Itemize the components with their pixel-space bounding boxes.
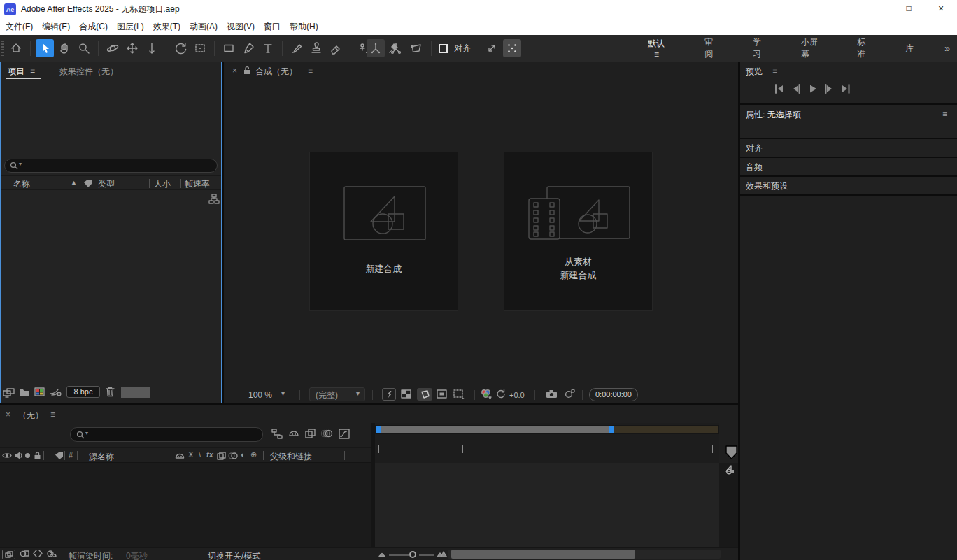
layer-list-area[interactable] (0, 463, 371, 547)
home-tool-icon[interactable] (7, 39, 25, 57)
snap-options-grid-icon[interactable] (503, 39, 521, 57)
audio-panel-header[interactable]: 音频 (740, 158, 957, 175)
play-button[interactable] (807, 84, 818, 94)
dolly-camera-tool-icon[interactable] (143, 39, 161, 57)
column-divider[interactable] (80, 179, 80, 188)
quality-icon[interactable]: \ (199, 450, 201, 459)
preview-panel-title[interactable]: 预览 (746, 66, 763, 78)
tab-project[interactable]: 项目 (8, 66, 24, 78)
column-divider[interactable] (77, 451, 78, 460)
graph-editor-icon[interactable] (339, 429, 350, 439)
render-time-pane-icon[interactable] (46, 550, 57, 558)
resolution-dropdown[interactable]: (完整) ▾ (309, 387, 365, 401)
menu-view[interactable]: 视图(V) (227, 21, 264, 33)
new-composition-card[interactable]: 新建合成 (309, 152, 458, 311)
workspace-tab-library[interactable]: 库 (890, 43, 930, 55)
new-composition-icon[interactable] (34, 387, 45, 396)
zoom-slider-track[interactable] (419, 554, 434, 556)
zoom-tool-icon[interactable] (75, 39, 93, 57)
menu-file[interactable]: 文件(F) (6, 21, 42, 33)
column-divider[interactable] (149, 179, 150, 188)
column-divider[interactable] (355, 451, 355, 460)
video-eye-icon[interactable] (2, 452, 12, 459)
timeline-search-input[interactable]: ▾ (70, 427, 263, 442)
reset-exposure-icon[interactable] (495, 389, 506, 399)
timecode-display[interactable]: 0:00:00:00 (589, 388, 638, 401)
tab-effect-controls[interactable]: 效果控件（无） (59, 66, 118, 78)
render-engine-icon[interactable] (50, 387, 62, 396)
workspace-overflow-icon[interactable]: » (930, 43, 957, 54)
flowchart-icon[interactable] (208, 194, 220, 204)
menu-animation[interactable]: 动画(A) (190, 21, 227, 33)
expand-arrows-icon[interactable] (483, 39, 501, 57)
orbit-camera-tool-icon[interactable] (104, 39, 122, 57)
layer-switches-pane-icon[interactable] (2, 550, 15, 559)
preview-panel-menu-icon[interactable]: ≡ (772, 66, 777, 76)
exposure-value[interactable]: +0.0 (509, 391, 525, 399)
search-scope-dropdown-icon[interactable]: ▾ (19, 161, 22, 167)
project-panel-menu-icon[interactable]: ≡ (30, 66, 35, 76)
toolbar-grip[interactable] (1, 41, 4, 56)
timeline-tab-label[interactable]: （无） (18, 410, 43, 422)
world-axis-mode-icon[interactable] (387, 39, 405, 57)
effects-fx-icon[interactable]: fx (206, 450, 213, 459)
eraser-tool-icon[interactable] (327, 39, 345, 57)
rotation-tool-icon[interactable] (171, 39, 190, 57)
workspace-tab-learn[interactable]: 学习 (737, 36, 786, 60)
motion-blur-icon[interactable] (321, 429, 333, 439)
column-divider[interactable] (263, 451, 264, 460)
maximize-button[interactable]: □ (893, 0, 925, 18)
column-type[interactable]: 类型 (98, 178, 115, 190)
column-fps[interactable]: 帧速率 (185, 178, 210, 190)
work-area-bar[interactable] (381, 426, 609, 433)
label-column-tag-icon[interactable] (83, 179, 92, 188)
search-scope-dropdown-icon[interactable]: ▾ (85, 430, 88, 436)
snap-label[interactable]: 对齐 (454, 43, 471, 55)
parent-link-column[interactable]: 父级和链接 (270, 451, 312, 463)
transfer-modes-pane-icon[interactable] (20, 550, 29, 558)
timeline-panel-menu-icon[interactable]: ≡ (50, 410, 55, 419)
column-divider[interactable] (64, 451, 65, 460)
menu-edit[interactable]: 编辑(E) (42, 21, 79, 33)
column-name[interactable]: 名称 (13, 178, 30, 190)
show-snapshot-icon[interactable] (564, 389, 575, 399)
zoom-slider-track[interactable] (389, 554, 409, 556)
menu-composition[interactable]: 合成(C) (79, 21, 117, 33)
last-frame-button[interactable] (841, 84, 851, 94)
hand-tool-icon[interactable] (55, 39, 73, 57)
snap-checkbox[interactable] (439, 44, 448, 53)
comp-tab-label[interactable]: 合成（无） (255, 66, 297, 78)
index-column-label[interactable]: # (69, 451, 73, 459)
comp-tab-unlock-icon[interactable] (243, 66, 251, 75)
workspace-tab-review[interactable]: 审阅 (681, 36, 737, 60)
time-ruler-area[interactable] (375, 423, 719, 463)
shy-icon[interactable] (288, 429, 299, 439)
menu-effect[interactable]: 效果(T) (153, 21, 190, 33)
workspace-menu-icon[interactable]: ≡ (654, 50, 659, 59)
solo-icon[interactable] (25, 453, 30, 458)
adjustment-layer-icon[interactable]: ◐ (241, 450, 246, 459)
workspace-tab-standard[interactable]: 标准 (842, 36, 890, 60)
type-tool-icon[interactable] (259, 39, 277, 57)
effects-presets-panel-header[interactable]: 效果和预设 (740, 177, 957, 194)
column-divider[interactable] (3, 179, 3, 188)
work-area-end-handle[interactable] (609, 426, 614, 433)
frame-blend-switch-icon[interactable] (217, 452, 226, 460)
menu-help[interactable]: 帮助(H) (290, 21, 327, 33)
track-area[interactable] (375, 463, 719, 547)
new-folder-icon[interactable] (19, 388, 29, 396)
sort-ascending-icon[interactable]: ▲ (71, 179, 77, 186)
camera-tool-icon[interactable] (191, 39, 209, 57)
minimize-button[interactable]: − (860, 0, 893, 18)
motion-blur-switch-icon[interactable] (228, 452, 238, 460)
project-search-input[interactable]: ▾ (4, 159, 218, 173)
comp-tab-close-icon[interactable]: × (232, 66, 237, 76)
horizontal-scrollbar-track[interactable] (448, 550, 721, 559)
properties-panel-menu-icon[interactable]: ≡ (942, 109, 947, 119)
properties-panel-title[interactable]: 属性: 无选择项 (746, 109, 801, 121)
comp-button-icon[interactable] (723, 464, 735, 475)
mask-visibility-icon[interactable] (417, 388, 432, 401)
mini-flowchart-icon[interactable] (271, 429, 283, 439)
collapse-transformations-icon[interactable]: ☀ (187, 450, 194, 459)
region-of-interest-icon[interactable] (437, 389, 447, 399)
